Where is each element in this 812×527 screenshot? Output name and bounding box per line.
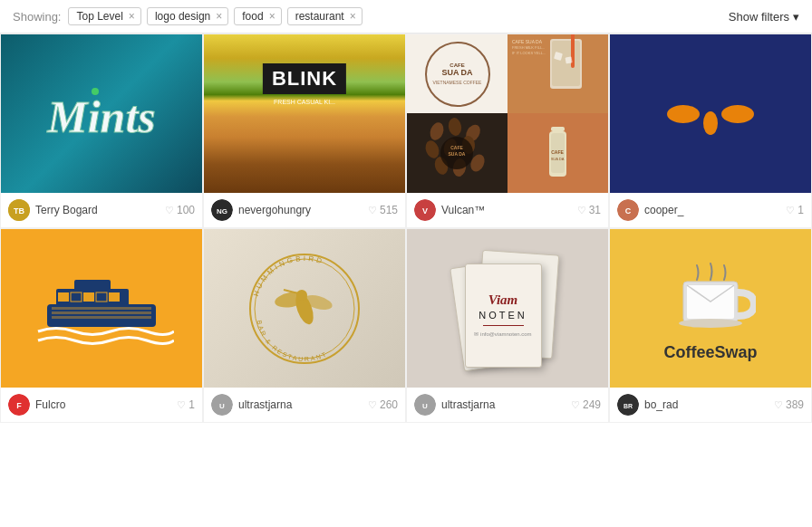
likes-fulcro: ♡ 1 [177,398,195,411]
username-cooper: cooper_ [644,204,780,216]
like-count: 100 [177,204,195,216]
svg-text:SUA DA: SUA DA [449,151,466,157]
avatar-nevergohungry: NG [211,199,233,221]
svg-point-31 [721,105,754,123]
like-count: 260 [380,398,398,411]
card-viam-footer: U ultrastjarna ♡ 249 [407,388,608,422]
svg-point-32 [703,111,718,135]
svg-rect-10 [566,56,573,63]
svg-rect-37 [74,280,111,292]
card-fulcro-footer: F Fulcro ♡ 1 [1,388,202,422]
hummingbird-logo-svg: HUMMINGBIRD BAR & RESTAURANT [237,241,372,377]
username-borad: bo_rad [644,398,768,411]
card-mints[interactable]: Mints TB Terry Bogard ♡ 100 [0,34,203,228]
heart-icon: ♡ [165,205,174,216]
avatar-fulcro: F [8,394,30,416]
svg-text:CAFE: CAFE [551,149,564,155]
card-hummingbird-footer: U ultrastjarna ♡ 260 [204,388,405,422]
card-cafe-image[interactable]: CAFE SUA DA VIETNAMESE COFFEE [407,34,608,193]
cafe-quadrant-2: CAFE SUA DA FRESH MILK FILL... IF IT LOO… [508,34,608,113]
likes-cooper: ♡ 1 [786,204,804,216]
remove-logo-design-icon[interactable]: × [216,10,222,23]
svg-rect-23 [551,127,565,131]
heart-icon: ♡ [571,399,580,411]
svg-rect-8 [571,34,575,68]
card-cooper[interactable]: C cooper_ ♡ 1 [609,34,812,228]
card-blink[interactable]: BLINK FRESH CASUAL KI... NG nevergohungr… [203,34,406,228]
svg-text:NG: NG [217,207,227,216]
svg-rect-41 [96,292,107,302]
filter-tag-restaurant[interactable]: restaurant × [287,7,362,25]
svg-point-55 [296,290,307,301]
svg-point-11 [428,120,446,142]
svg-rect-38 [58,292,69,302]
blink-sublabel: FRESH CASUAL KI... [274,98,335,104]
svg-text:U: U [219,402,225,410]
svg-text:F: F [16,401,22,410]
like-count: 249 [583,398,601,411]
card-fulcro[interactable]: F Fulcro ♡ 1 [0,228,203,423]
filter-tag-label: Top Level [76,10,122,23]
svg-rect-40 [83,292,94,302]
card-hummingbird[interactable]: HUMMINGBIRD BAR & RESTAURANT [203,228,406,423]
filter-tag-top-level[interactable]: Top Level × [68,7,140,25]
filter-tag-label: restaurant [295,10,344,23]
card-viam[interactable]: Viam NOTEN Viam NOTEN Viam NOTEN ✉ info@ [406,228,609,423]
svg-rect-45 [52,316,151,319]
show-filters-label: Show filters [729,10,789,24]
remove-top-level-icon[interactable]: × [129,10,135,23]
show-filters-chevron: ▾ [793,10,799,24]
username-fulcro: Fulcro [35,398,171,411]
avatar-ultrastjarna-1: U [211,394,233,416]
card-blink-footer: NG nevergohungry ♡ 515 [204,193,405,227]
like-count: 1 [798,204,804,216]
svg-point-1 [92,88,99,95]
blink-label: BLINK [263,63,346,94]
svg-text:TB: TB [14,206,24,216]
filter-tag-label: food [242,10,263,23]
like-count: 1 [188,398,195,411]
svg-text:SUA DA: SUA DA [551,157,565,161]
remove-restaurant-icon[interactable]: × [350,10,356,23]
heart-icon: ♡ [774,399,783,411]
svg-text:BAR & RESTAURANT: BAR & RESTAURANT [256,319,329,361]
card-mints-image[interactable]: Mints [1,34,202,193]
svg-rect-43 [52,307,151,310]
like-count: 515 [380,204,398,216]
card-viam-image[interactable]: Viam NOTEN Viam NOTEN Viam NOTEN ✉ info@ [407,229,608,388]
svg-rect-42 [109,292,120,302]
cafe-quadrant-4: CAFE SUA DA [508,113,608,193]
filter-tag-food[interactable]: food × [234,7,281,25]
svg-point-14 [423,139,441,160]
cafe-quadrant-1: CAFE SUA DA VIETNAMESE COFFEE [407,34,508,113]
filter-tag-logo-design[interactable]: logo design × [147,7,228,25]
likes-ultrastjarna-1: ♡ 260 [368,398,398,411]
svg-point-30 [667,105,700,123]
svg-text:Mints: Mints [46,91,156,142]
likes-vulcan: ♡ 31 [577,204,601,216]
svg-text:BR: BR [624,403,633,409]
card-coffeeswap-image[interactable]: CoffeeSwap [610,229,811,388]
coffeeswap-text: CoffeeSwap [663,343,757,362]
heart-icon: ♡ [786,205,795,216]
coffeeswap-logo-svg [665,254,756,336]
card-cafe-footer: V Vulcan™ ♡ 31 [407,193,608,227]
card-fulcro-image[interactable] [1,229,202,388]
likes-ultrastjarna-2: ♡ 249 [571,398,601,411]
card-blink-image[interactable]: BLINK FRESH CASUAL KI... [204,34,405,193]
show-filters-button[interactable]: Show filters ▾ [729,10,799,24]
avatar-borad: BR [617,394,639,416]
remove-food-icon[interactable]: × [269,10,276,23]
card-coffeeswap[interactable]: CoffeeSwap BR bo_rad ♡ 389 [609,228,812,423]
heart-icon: ♡ [177,399,186,411]
svg-point-63 [679,319,742,328]
heart-icon: ♡ [577,205,586,216]
card-cooper-image[interactable] [610,34,811,193]
card-hummingbird-image[interactable]: HUMMINGBIRD BAR & RESTAURANT [204,229,405,388]
avatar-ultrastjarna-2: U [414,394,436,416]
card-cafe[interactable]: CAFE SUA DA VIETNAMESE COFFEE [406,34,609,228]
svg-rect-7 [552,41,580,86]
cooper-bee-svg [665,82,756,146]
likes-borad: ♡ 389 [774,398,804,411]
mints-logo-svg: Mints [34,78,169,150]
